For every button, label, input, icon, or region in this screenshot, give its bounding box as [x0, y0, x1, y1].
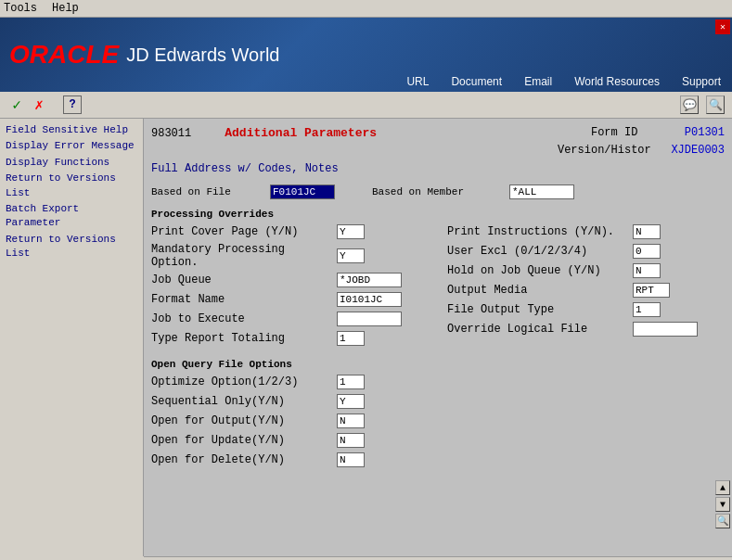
mandatory-processing-input[interactable]: [337, 248, 365, 263]
format-name-row: Format Name: [151, 291, 429, 308]
form-title: Additional Parameters: [225, 126, 377, 140]
hold-job-queue-label: Hold on Job Queue (Y/N): [447, 264, 633, 277]
print-cover-page-label: Print Cover Page (Y/N): [151, 225, 337, 238]
open-delete-row: Open for Delete(Y/N): [151, 452, 725, 468]
job-to-execute-row: Job to Execute: [151, 311, 429, 327]
user-excl-input[interactable]: [633, 244, 661, 259]
based-on-file-label: Based on File: [151, 186, 263, 197]
oracle-logo: ORACLE JD Edwards World: [9, 40, 279, 70]
type-report-totaling-label: Type Report Totaling: [151, 332, 337, 345]
optimize-option-row: Optimize Option(1/2/3): [151, 374, 725, 390]
mandatory-processing-row: Mandatory Processing Option.: [151, 243, 429, 269]
form-id-value: P01301: [685, 126, 725, 139]
open-output-input[interactable]: [337, 414, 365, 428]
menubar: Tools Help: [0, 0, 732, 18]
content-area: 983011 Additional Parameters Form ID P01…: [144, 119, 732, 556]
hold-job-queue-input[interactable]: [633, 263, 661, 278]
job-to-execute-label: Job to Execute: [151, 312, 337, 325]
output-media-row: Output Media: [447, 282, 725, 299]
form-number: 983011: [151, 127, 191, 140]
based-on-member-input[interactable]: [509, 185, 574, 199]
file-output-type-input[interactable]: [633, 302, 661, 317]
override-logical-file-row: Override Logical File: [447, 321, 725, 337]
open-output-row: Open for Output(Y/N): [151, 413, 725, 429]
hold-job-queue-row: Hold on Job Queue (Y/N): [447, 262, 725, 279]
optimize-option-input[interactable]: [337, 375, 365, 389]
main-area: Field Sensitive Help Display Error Messa…: [0, 119, 732, 556]
scroll-up-icon[interactable]: ▲: [715, 480, 730, 495]
cancel-button[interactable]: ✗: [30, 95, 48, 114]
toolbar: ✓ ✗ ? 💬 🔍: [0, 92, 732, 119]
sidebar-item-display-error-message[interactable]: Display Error Message: [4, 138, 139, 154]
user-excl-label: User Excl (0/1/2/3/4): [447, 245, 633, 258]
job-queue-input[interactable]: [337, 273, 402, 287]
print-cover-page-input[interactable]: [337, 224, 365, 239]
oracle-header: ORACLE JD Edwards World URL Document Ema…: [0, 18, 732, 92]
print-instructions-label: Print Instructions (Y/N).: [447, 225, 633, 238]
user-excl-row: User Excl (0/1/2/3/4): [447, 243, 725, 260]
chat-icon[interactable]: 💬: [680, 95, 699, 114]
job-queue-row: Job Queue: [151, 272, 429, 288]
print-instructions-row: Print Instructions (Y/N).: [447, 223, 725, 240]
job-to-execute-input[interactable]: [337, 312, 402, 326]
scroll-zoom-icon[interactable]: 🔍: [715, 514, 730, 528]
output-media-label: Output Media: [447, 284, 633, 297]
bottom-bar: F6=Batch Export Parameters F24=More Keys: [144, 556, 732, 560]
header-nav: URL Document Email World Resources Suppo…: [395, 71, 732, 92]
search-icon[interactable]: 🔍: [706, 95, 725, 114]
mandatory-processing-label: Mandatory Processing Option.: [151, 243, 337, 269]
form-subtitle: Full Address w/ Codes, Notes: [151, 162, 725, 175]
version-value: XJDE0003: [671, 144, 725, 157]
nav-world-resources[interactable]: World Resources: [563, 71, 671, 92]
open-delete-input[interactable]: [337, 452, 365, 467]
sequential-only-input[interactable]: [337, 394, 365, 409]
format-name-label: Format Name: [151, 293, 337, 306]
check-button[interactable]: ✓: [7, 95, 26, 114]
nav-email[interactable]: Email: [513, 71, 563, 92]
sequential-only-row: Sequential Only(Y/N): [151, 393, 725, 410]
open-update-row: Open for Update(Y/N): [151, 432, 725, 449]
open-update-input[interactable]: [337, 433, 365, 448]
job-queue-label: Job Queue: [151, 274, 337, 286]
sequential-only-label: Sequential Only(Y/N): [151, 395, 337, 408]
type-report-totaling-row: Type Report Totaling: [151, 330, 429, 347]
based-on-file-input[interactable]: [270, 185, 335, 199]
override-logical-file-input[interactable]: [633, 322, 698, 337]
print-cover-page-row: Print Cover Page (Y/N): [151, 223, 429, 240]
nav-support[interactable]: Support: [671, 71, 732, 92]
open-output-label: Open for Output(Y/N): [151, 414, 337, 427]
sidebar-item-field-sensitive-help[interactable]: Field Sensitive Help: [4, 122, 139, 138]
sidebar-item-return-versions-2[interactable]: Return to Versions List: [4, 232, 139, 262]
nav-document[interactable]: Document: [440, 71, 513, 92]
override-logical-file-label: Override Logical File: [447, 323, 633, 336]
version-label: Version/Histor: [558, 144, 651, 157]
output-media-input[interactable]: [633, 283, 670, 298]
scroll-down-icon[interactable]: ▼: [715, 497, 730, 512]
sidebar-item-return-versions[interactable]: Return to Versions List: [4, 171, 139, 201]
sidebar: Field Sensitive Help Display Error Messa…: [0, 119, 144, 556]
format-name-input[interactable]: [337, 292, 402, 307]
menu-help[interactable]: Help: [52, 2, 79, 15]
sidebar-item-batch-export[interactable]: Batch Export Parameter: [4, 201, 139, 232]
processing-overrides-title: Processing Overrides: [151, 209, 725, 220]
open-update-label: Open for Update(Y/N): [151, 434, 337, 447]
open-delete-label: Open for Delete(Y/N): [151, 453, 337, 466]
type-report-totaling-input[interactable]: [337, 331, 365, 346]
jde-text: JD Edwards World: [126, 45, 279, 66]
nav-url[interactable]: URL: [395, 71, 440, 92]
file-output-type-label: File Output Type: [447, 303, 633, 316]
sidebar-item-display-functions[interactable]: Display Functions: [4, 155, 139, 171]
menu-tools[interactable]: Tools: [4, 2, 37, 15]
oracle-text: ORACLE: [9, 40, 119, 70]
help-button[interactable]: ?: [63, 95, 82, 114]
file-output-type-row: File Output Type: [447, 301, 725, 318]
close-button[interactable]: ✕: [715, 19, 730, 34]
based-on-member-label: Based on Member: [372, 186, 502, 197]
optimize-option-label: Optimize Option(1/2/3): [151, 375, 337, 388]
form-id-label: Form ID: [591, 126, 637, 139]
print-instructions-input[interactable]: [633, 224, 661, 239]
open-query-title: Open Query File Options: [151, 359, 725, 370]
